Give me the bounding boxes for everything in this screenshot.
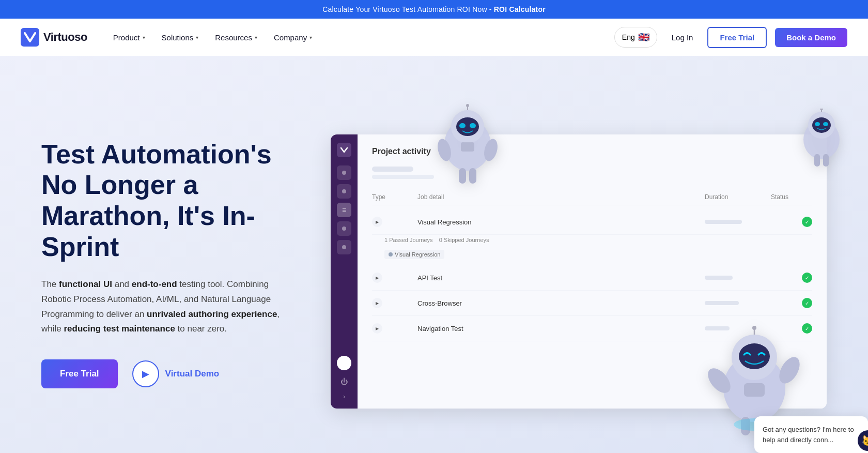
company-chevron-icon: ▾ (309, 35, 312, 40)
virtual-demo-link[interactable]: ▶ Virtual Demo (132, 360, 220, 387)
product-chevron-icon: ▾ (143, 35, 145, 40)
play-icon-cross[interactable]: ▶ (372, 298, 382, 308)
language-selector[interactable]: Eng 🇬🇧 (614, 27, 657, 48)
nav-links: Product ▾ Solutions ▾ Resources ▾ Compan… (106, 29, 614, 46)
svg-rect-0 (21, 28, 39, 47)
sidebar-nav-1[interactable] (337, 165, 351, 180)
row-duration-bar-cross (705, 301, 739, 305)
banner-text: Calculate Your Virtuoso Test Automation … (322, 5, 494, 13)
svg-point-19 (820, 109, 823, 110)
row-duration-bar-api (705, 276, 733, 280)
svg-point-16 (815, 122, 820, 126)
virtual-demo-label: Virtual Demo (165, 369, 220, 379)
play-button[interactable]: ▶ (132, 360, 159, 387)
robot-2 (796, 109, 847, 173)
top-banner: Calculate Your Virtuoso Test Automation … (0, 0, 868, 19)
nav-company[interactable]: Company ▾ (267, 29, 319, 46)
roi-calculator-link[interactable]: ROI Calculator (494, 5, 546, 13)
svg-point-4 (459, 123, 466, 128)
status-check: ✓ (802, 217, 812, 227)
sidebar-logo (337, 143, 351, 157)
solutions-chevron-icon: ▾ (196, 35, 198, 40)
journey-info: 1 Passed Journeys 0 Skipped Journeys (372, 235, 812, 247)
nav-solutions[interactable]: Solutions ▾ (154, 29, 206, 46)
nav-product[interactable]: Product ▾ (106, 29, 152, 46)
book-demo-button[interactable]: Book a Demo (775, 28, 847, 47)
play-icon-nav[interactable]: ▶ (372, 323, 382, 334)
flag-icon: 🇬🇧 (638, 32, 649, 43)
col-type: Type (372, 193, 413, 201)
sidebar-nav-2[interactable] (337, 184, 351, 199)
status-check-api: ✓ (802, 273, 812, 283)
nav-resources[interactable]: Resources ▾ (208, 29, 265, 46)
hero-actions: Free Trial ▶ Virtual Demo (41, 359, 310, 388)
row-label-visual-regression: Visual Regression (417, 218, 701, 226)
svg-point-5 (470, 123, 476, 128)
table-row-visual-regression: ▶ Visual Regression ✓ (372, 209, 812, 235)
row-label-nav: Navigation Test (417, 325, 701, 333)
sidebar-nav-4[interactable] (337, 221, 351, 236)
dashboard-sidebar: ≡ ⏻ › (331, 134, 358, 409)
table-row-cross-browser: ▶ Cross-Browser ✓ (372, 291, 812, 316)
svg-point-17 (823, 122, 828, 126)
status-check-cross: ✓ (802, 298, 812, 308)
play-icon-api[interactable]: ▶ (372, 273, 382, 283)
nav-right: Eng 🇬🇧 Log In Free Trial Book a Demo (614, 27, 847, 48)
svg-point-24 (739, 343, 770, 369)
svg-point-15 (812, 117, 831, 133)
login-button[interactable]: Log In (665, 29, 700, 46)
free-trial-button-nav[interactable]: Free Trial (707, 27, 767, 48)
hero-description: The functional UI and end-to-end testing… (41, 277, 289, 337)
navbar: Virtuoso Product ▾ Solutions ▾ Resources… (0, 19, 868, 56)
hero-section: Test Automation's No Longer a Marathon, … (0, 56, 868, 453)
chat-text: Got any questions? I'm here to help and … (763, 425, 860, 445)
sidebar-nav-3[interactable]: ≡ (337, 203, 351, 217)
row-duration-bar (705, 220, 742, 224)
hero-right: ≡ ⏻ › Project activity Type Job detail D… (331, 119, 827, 409)
row-label-cross: Cross-Browser (417, 299, 701, 307)
dashboard-title-bar (372, 167, 413, 172)
table-row-api-test: ▶ API Test ✓ (372, 265, 812, 291)
tag-label: Visual Regression (395, 251, 440, 258)
tag-dot (389, 252, 393, 256)
svg-rect-21 (823, 154, 829, 167)
table-row: ▶ Visual Regression ✓ 1 Passed Journeys … (372, 209, 812, 265)
logo-text: Virtuoso (43, 31, 87, 44)
hero-title: Test Automation's No Longer a Marathon, … (41, 139, 310, 263)
svg-rect-11 (469, 168, 476, 184)
sidebar-nav-5[interactable] (337, 240, 351, 254)
logo-link[interactable]: Virtuoso (21, 28, 87, 47)
resources-chevron-icon: ▾ (255, 35, 257, 40)
lang-label: Eng (622, 33, 635, 41)
robot-1 (434, 103, 501, 188)
logo-icon (21, 28, 39, 47)
svg-point-26 (752, 326, 756, 330)
play-icon[interactable]: ▶ (372, 217, 382, 227)
svg-rect-12 (461, 142, 474, 152)
col-status: Status (771, 193, 812, 201)
svg-point-7 (466, 104, 469, 107)
hero-left: Test Automation's No Longer a Marathon, … (41, 139, 310, 389)
col-duration: Duration (705, 193, 767, 201)
sidebar-chevron-icon[interactable]: › (343, 393, 345, 400)
sidebar-power-icon[interactable]: ⏻ (337, 374, 351, 389)
free-trial-button-hero[interactable]: Free Trial (41, 359, 118, 388)
col-job: Job detail (417, 193, 701, 201)
dashboard-subtitle-bar (372, 175, 434, 179)
svg-rect-10 (459, 168, 466, 184)
sidebar-circle-button[interactable] (337, 356, 351, 370)
row-label-api: API Test (417, 274, 701, 282)
chat-widget: Got any questions? I'm here to help and … (754, 416, 868, 453)
journey-tag: Visual Regression (384, 250, 444, 259)
svg-rect-31 (744, 383, 765, 397)
table-header: Type Job detail Duration Status (372, 189, 812, 205)
svg-rect-20 (814, 154, 820, 167)
